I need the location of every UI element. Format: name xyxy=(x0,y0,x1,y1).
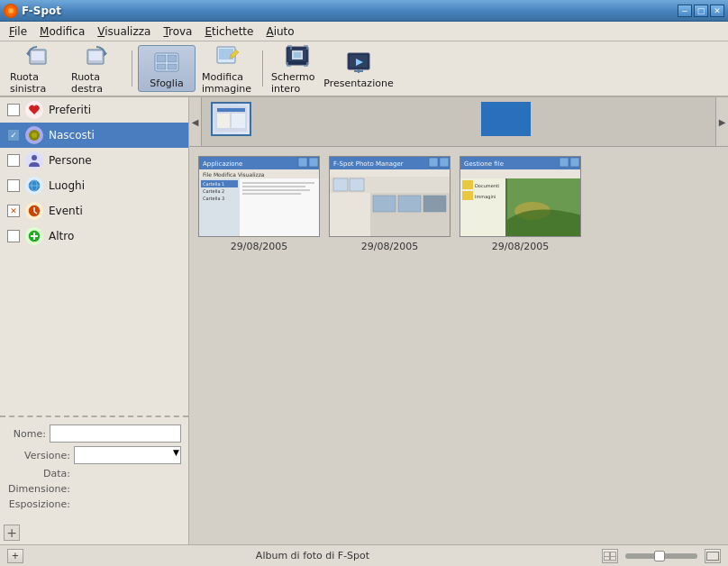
right-panel: ◀ ▶ xyxy=(189,97,728,544)
svg-rect-62 xyxy=(330,169,450,177)
slideshow-button[interactable]: Presentazione xyxy=(330,45,387,92)
nascosti-icon xyxy=(25,126,43,144)
zoom-fit-button[interactable] xyxy=(705,549,721,563)
sidebar: Preferiti ✓ Nascosti xyxy=(0,97,189,544)
svg-rect-18 xyxy=(294,52,301,58)
svg-rect-53 xyxy=(242,182,314,184)
svg-rect-66 xyxy=(330,193,370,237)
tag-checkbox-luoghi[interactable] xyxy=(7,179,20,192)
tag-checkbox-persone[interactable] xyxy=(7,154,20,167)
add-tag-button[interactable]: + xyxy=(4,525,20,541)
browse-button[interactable]: Sfoglia xyxy=(138,45,196,92)
menu-file[interactable]: File xyxy=(4,23,32,40)
photo-item-2[interactable]: F-Spot Photo Manager xyxy=(329,156,450,252)
svg-text:Gestione file: Gestione file xyxy=(464,160,504,168)
zoom-slider[interactable] xyxy=(625,553,697,559)
tag-item-nascosti[interactable]: ✓ Nascosti xyxy=(0,123,188,148)
photo-item-1[interactable]: Applicazione File Modifica Visualizza Ca… xyxy=(198,156,320,252)
tag-checkbox-nascosti[interactable]: ✓ xyxy=(7,129,20,142)
edit-image-button[interactable]: Modifica immagine xyxy=(199,45,257,92)
tag-item-luoghi[interactable]: Luoghi xyxy=(0,173,188,198)
svg-rect-6 xyxy=(89,51,102,60)
svg-rect-44 xyxy=(309,158,318,167)
svg-text:Applicazione: Applicazione xyxy=(203,160,242,168)
tag-label-persone: Persone xyxy=(49,154,181,167)
title-bar-left: F-Spot xyxy=(4,4,61,18)
svg-rect-68 xyxy=(373,196,396,212)
svg-rect-87 xyxy=(605,557,609,560)
status-left: + xyxy=(7,549,23,563)
edit-image-icon xyxy=(214,42,242,69)
nome-input[interactable] xyxy=(50,424,181,443)
photo-date-2: 29/08/2005 xyxy=(361,241,418,252)
tag-checkbox-eventi[interactable]: ✕ xyxy=(7,205,20,217)
tag-checkbox-preferiti[interactable] xyxy=(7,104,20,116)
slideshow-icon xyxy=(344,48,373,76)
tag-checkbox-altro[interactable] xyxy=(7,230,20,242)
svg-text:Documenti: Documenti xyxy=(475,183,499,188)
tag-label-eventi: Eventi xyxy=(49,205,181,217)
menu-visualizza[interactable]: Visualizza xyxy=(92,23,156,40)
svg-rect-56 xyxy=(242,193,301,195)
menu-bar: File Modifica Visualizza Trova Etichette… xyxy=(0,22,728,41)
timeline-bar-1[interactable] xyxy=(481,102,531,136)
svg-rect-64 xyxy=(333,178,348,191)
photo-date-1: 29/08/2005 xyxy=(231,241,287,252)
data-label: Data: xyxy=(7,468,70,479)
maximize-button[interactable]: □ xyxy=(694,5,708,17)
menu-modifica[interactable]: Modifica xyxy=(34,23,90,40)
minimize-button[interactable]: − xyxy=(678,5,692,17)
zoom-display-button[interactable] xyxy=(602,549,618,563)
timeline-scroll-left-button[interactable]: ◀ xyxy=(189,97,202,147)
tag-label-luoghi: Luoghi xyxy=(49,179,181,192)
svg-rect-65 xyxy=(350,178,364,191)
svg-rect-43 xyxy=(298,158,307,167)
rotate-left-button[interactable]: Ruota sinistra xyxy=(7,45,65,92)
menu-trova[interactable]: Trova xyxy=(158,23,197,40)
tag-item-eventi[interactable]: ✕ Eventi xyxy=(0,198,188,224)
status-right xyxy=(602,549,721,563)
eventi-icon xyxy=(25,202,43,220)
svg-rect-86 xyxy=(611,552,615,556)
svg-rect-60 xyxy=(429,158,438,167)
fullscreen-button[interactable]: Schermo intero xyxy=(268,45,326,92)
close-button[interactable]: ✕ xyxy=(710,5,724,17)
toolbar-separator-2 xyxy=(262,50,263,87)
svg-text:Cartella 3: Cartella 3 xyxy=(203,196,224,201)
svg-point-25 xyxy=(32,132,37,138)
rotate-right-button[interactable]: Ruota destra xyxy=(68,45,126,92)
rotate-left-label: Ruota sinistra xyxy=(10,71,62,95)
svg-rect-88 xyxy=(611,557,615,560)
sidebar-info: Nome: Versione: ▼ Data: Dimensione: Espo… xyxy=(0,415,188,521)
svg-rect-38 xyxy=(217,114,230,128)
dimensione-label: Dimensione: xyxy=(7,483,70,495)
svg-rect-90 xyxy=(707,552,718,560)
svg-text:Immagini: Immagini xyxy=(475,194,496,200)
versione-select[interactable] xyxy=(74,446,181,464)
svg-rect-70 xyxy=(423,196,446,212)
svg-point-1 xyxy=(8,8,14,14)
svg-rect-76 xyxy=(460,169,581,178)
menu-etichette[interactable]: Etichette xyxy=(199,23,259,40)
svg-rect-54 xyxy=(242,186,305,187)
svg-rect-3 xyxy=(32,51,44,60)
tag-item-persone[interactable]: Persone xyxy=(0,148,188,173)
timeline-thumb-1[interactable] xyxy=(211,102,251,136)
rotate-right-icon xyxy=(83,42,112,69)
timeline-scroll-right-button[interactable]: ▶ xyxy=(715,97,728,147)
tag-item-altro[interactable]: Altro xyxy=(0,224,188,249)
svg-rect-9 xyxy=(157,55,166,62)
browse-icon xyxy=(152,48,181,76)
svg-rect-69 xyxy=(398,196,421,212)
photo-item-3[interactable]: Gestione file Documenti Immagini xyxy=(460,156,581,252)
timeline-inner xyxy=(202,97,715,147)
svg-rect-10 xyxy=(168,55,177,62)
menu-aiuto[interactable]: Aiuto xyxy=(260,23,299,40)
svg-text:Cartella 2: Cartella 2 xyxy=(203,188,224,194)
zoom-thumb[interactable] xyxy=(654,551,665,561)
nome-label: Nome: xyxy=(7,428,46,440)
svg-rect-74 xyxy=(560,158,569,167)
add-tag-status-button[interactable]: + xyxy=(7,549,23,563)
svg-text:Cartella 1: Cartella 1 xyxy=(203,181,224,187)
tag-item-preferiti[interactable]: Preferiti xyxy=(0,97,188,123)
